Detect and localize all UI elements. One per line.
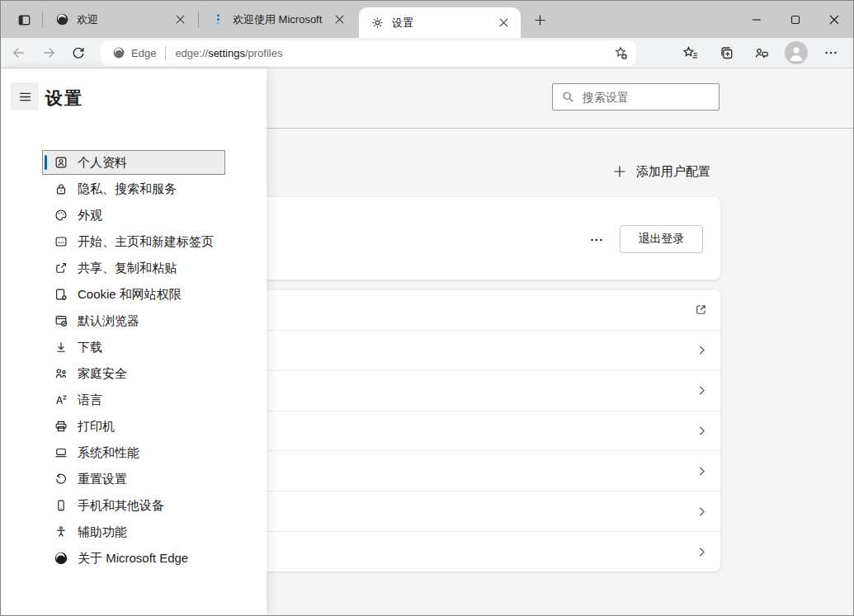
nav-item-languages[interactable]: 语言 xyxy=(42,388,225,412)
back-button[interactable] xyxy=(7,41,31,64)
url-highlight: settings xyxy=(208,47,245,59)
maximize-icon xyxy=(790,15,800,25)
feedback-button[interactable] xyxy=(749,40,774,65)
tab-title: 欢迎使用 Microsoft Edge xyxy=(233,12,323,27)
nav-item-system-performance[interactable]: 系统和性能 xyxy=(42,440,225,465)
list-item[interactable] xyxy=(248,491,720,531)
address-bar[interactable]: Edge edge://settings/profiles xyxy=(101,40,636,66)
external-link-icon xyxy=(693,302,709,317)
settings-page: 添加用户配置 退出登录 xyxy=(1,68,853,615)
blue-dots-favicon xyxy=(211,12,225,26)
tab-title: 欢迎 xyxy=(77,12,164,27)
site-badge: Edge xyxy=(112,46,156,59)
more-dots-icon xyxy=(589,233,604,247)
nav-item-about-edge[interactable]: 关于 Microsoft Edge xyxy=(42,546,225,571)
tab-strip: 欢迎 欢迎使用 Microsoft Edge xyxy=(1,1,853,38)
toolbar-icons xyxy=(678,40,853,65)
accessibility-icon xyxy=(54,524,68,539)
tab-actions-button[interactable] xyxy=(11,8,37,31)
settings-nav-drawer: 设置 个人资料 xyxy=(1,68,267,615)
window-controls xyxy=(737,1,853,38)
minimize-button[interactable] xyxy=(737,1,776,38)
gear-icon xyxy=(370,16,385,30)
nav-item-privacy[interactable]: 隐私、搜索和服务 xyxy=(42,176,225,201)
nav-item-phone-devices[interactable]: 手机和其他设备 xyxy=(42,493,225,518)
tab-welcome[interactable]: 欢迎 xyxy=(44,1,197,38)
list-item[interactable] xyxy=(248,411,720,451)
chevron-right-icon xyxy=(695,383,709,397)
phone-icon xyxy=(54,498,68,513)
edge-logo-icon xyxy=(112,46,125,59)
chevron-right-icon xyxy=(695,464,709,478)
nav-item-downloads[interactable]: 下载 xyxy=(42,335,225,360)
nav-item-default-browser[interactable]: 默认浏览器 xyxy=(42,308,225,333)
nav-item-family-safety[interactable]: 家庭安全 xyxy=(42,361,225,386)
nav-item-appearance[interactable]: 外观 xyxy=(42,203,225,228)
list-item[interactable] xyxy=(248,450,720,491)
download-icon xyxy=(54,340,68,355)
profile-card: 退出登录 xyxy=(248,197,720,280)
nav-item-start-home-newtab[interactable]: 开始、主页和新建标签页 xyxy=(42,229,225,254)
list-item[interactable] xyxy=(248,531,720,571)
close-window-button[interactable] xyxy=(814,1,853,38)
profile-more-button[interactable] xyxy=(582,228,611,252)
profile-avatar[interactable] xyxy=(785,41,808,64)
tab-close-icon[interactable] xyxy=(171,11,189,29)
edge-logo-icon xyxy=(54,551,68,566)
reset-icon xyxy=(54,472,68,487)
list-item[interactable] xyxy=(248,370,720,411)
nav-item-label: 手机和其他设备 xyxy=(78,498,164,514)
search-input[interactable] xyxy=(583,91,698,104)
collections-button[interactable] xyxy=(714,40,738,65)
toolbar: Edge edge://settings/profiles xyxy=(1,38,853,68)
hamburger-icon xyxy=(18,90,32,104)
plus-icon xyxy=(534,14,546,26)
palette-icon xyxy=(54,208,68,223)
forward-button[interactable] xyxy=(37,41,60,64)
tab-close-icon[interactable] xyxy=(330,11,348,29)
add-profile-button[interactable]: 添加用户配置 xyxy=(613,159,710,184)
start-page-icon xyxy=(54,234,68,249)
favorites-icon xyxy=(682,45,699,61)
favorites-button[interactable] xyxy=(678,40,703,65)
sign-out-button[interactable]: 退出登录 xyxy=(620,225,703,253)
chevron-right-icon xyxy=(695,343,709,357)
new-tab-button[interactable] xyxy=(527,8,552,31)
nav-item-share-copy-paste[interactable]: 共享、复制和粘贴 xyxy=(42,256,225,280)
add-favorite-button[interactable] xyxy=(608,42,633,64)
nav-item-accessibility[interactable]: 辅助功能 xyxy=(42,520,225,544)
refresh-button[interactable] xyxy=(67,41,90,64)
nav-item-reset-settings[interactable]: 重置设置 xyxy=(42,467,225,491)
url-separator xyxy=(165,46,166,60)
url-prefix: edge:// xyxy=(175,47,208,59)
tab-close-icon[interactable] xyxy=(494,14,512,32)
tab-welcome-edge[interactable]: 欢迎使用 Microsoft Edge xyxy=(200,1,356,38)
url-suffix: /profiles xyxy=(245,47,283,59)
settings-nav-list: 个人资料 隐私、搜索和服务 xyxy=(42,150,225,572)
nav-item-cookies-permissions[interactable]: Cookie 和网站权限 xyxy=(42,282,225,307)
tab-settings[interactable]: 设置 xyxy=(359,7,521,38)
more-dots-icon xyxy=(823,45,838,60)
search-icon xyxy=(561,90,575,104)
nav-item-label: 家庭安全 xyxy=(78,366,127,382)
profile-icon xyxy=(54,155,68,170)
minimize-icon xyxy=(752,15,762,25)
nav-item-profiles[interactable]: 个人资料 xyxy=(42,150,225,175)
nav-item-label: 个人资料 xyxy=(78,155,127,171)
nav-item-label: 默认浏览器 xyxy=(78,313,139,329)
chevron-right-icon xyxy=(695,545,709,559)
list-item[interactable] xyxy=(248,290,720,330)
chevron-right-icon xyxy=(695,424,709,438)
list-item[interactable] xyxy=(248,330,720,370)
more-menu-button[interactable] xyxy=(819,40,843,65)
forward-icon xyxy=(41,45,56,60)
star-add-icon xyxy=(613,45,629,61)
browser-window: 欢迎 欢迎使用 Microsoft Edge xyxy=(0,0,854,616)
maximize-button[interactable] xyxy=(776,1,814,38)
cookie-permissions-icon xyxy=(54,287,68,302)
settings-search[interactable] xyxy=(552,83,720,111)
nav-item-printers[interactable]: 打印机 xyxy=(42,414,225,439)
menu-button[interactable] xyxy=(11,82,39,111)
url-text: edge://settings/profiles xyxy=(175,47,282,59)
back-icon xyxy=(12,45,26,60)
